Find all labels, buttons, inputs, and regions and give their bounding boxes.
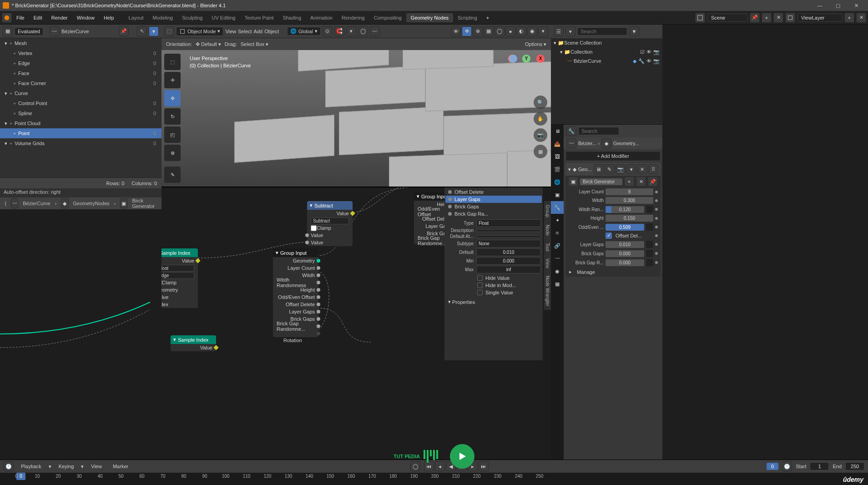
tool-rotate[interactable]: ↻	[164, 108, 181, 125]
default-at-input[interactable]	[476, 235, 541, 238]
workspace-tab-layout[interactable]: Layout	[124, 13, 148, 22]
object-menu[interactable]: Object	[264, 29, 279, 34]
snap-icon[interactable]: 🧲	[334, 26, 344, 36]
manage-section[interactable]: Manage	[577, 269, 595, 275]
nodegroup-pin-icon[interactable]: 📌	[648, 177, 658, 187]
tool-annotate[interactable]: ✎	[164, 167, 181, 183]
crumb-0[interactable]: BézierCurve	[23, 201, 50, 206]
3d-viewport[interactable]: User Perspective (0) Collection | Bézier…	[161, 50, 551, 187]
sidebar-socket-item[interactable]: Brick Gap Ra...	[445, 210, 542, 217]
playback-menu[interactable]: Playback	[17, 463, 45, 470]
shade-render-icon[interactable]: ◉	[527, 26, 537, 36]
view-menu[interactable]: View	[225, 29, 236, 34]
viewlayer-input[interactable]	[797, 14, 843, 22]
ptab-modifier[interactable]: 🔧	[551, 201, 564, 214]
ptab-constraint[interactable]: 🔗	[551, 239, 564, 252]
tree-row[interactable]: ▾ ▫ Volume Grids0	[0, 138, 161, 148]
props-type-icon[interactable]: 🔧	[566, 126, 576, 136]
menu-help[interactable]: Help	[99, 13, 119, 22]
add-workspace[interactable]: +	[482, 13, 494, 22]
filter-icon[interactable]: ▼	[149, 26, 159, 36]
layer-new-icon[interactable]: +	[844, 13, 854, 23]
outliner-collection[interactable]: ▾ 📁 Collection ☑👁📷	[551, 47, 662, 56]
nav-camera-icon[interactable]: 📷	[534, 128, 547, 142]
select-menu[interactable]: Select	[238, 29, 252, 34]
workspace-tab-shading[interactable]: Shading	[278, 13, 306, 22]
keying-menu[interactable]: Keying	[55, 463, 78, 470]
nodegroup-new-icon[interactable]: +	[624, 177, 634, 187]
workspace-tab-sculpting[interactable]: Sculpting	[177, 13, 207, 22]
drag-drop[interactable]: Select Box ▾	[241, 41, 269, 47]
shade-wire-icon[interactable]: ◯	[495, 26, 505, 36]
mode-select[interactable]: Object Mode▾	[176, 27, 223, 36]
tree-row[interactable]: ▫ Face0	[0, 68, 161, 78]
menu-render[interactable]: Render	[47, 13, 72, 22]
vis-sel-icon[interactable]: 👁	[451, 26, 461, 36]
nav-persp-icon[interactable]: ▦	[534, 145, 547, 158]
nodegroup-unlink-icon[interactable]: ✕	[636, 177, 646, 187]
hide-value-check[interactable]	[477, 275, 483, 281]
nav-pan-icon[interactable]: ✋	[534, 112, 547, 126]
ptab-world[interactable]: 🌐	[551, 176, 564, 188]
workspace-tab-animation[interactable]: Animation	[306, 13, 337, 22]
tree-row[interactable]: ▾ ▫ Point Cloud	[0, 118, 161, 128]
shade-preview-icon[interactable]: ◐	[516, 26, 526, 36]
tree-row[interactable]: ▫ Face Corner0	[0, 78, 161, 88]
workspace-tab-scripting[interactable]: Scripting	[453, 13, 482, 22]
props-search[interactable]	[578, 127, 619, 135]
tool-scale[interactable]: ◰	[164, 126, 181, 143]
tree-row[interactable]: ▫ Control Point0	[0, 98, 161, 108]
workspace-tab-uv-editing[interactable]: UV Editing	[207, 13, 240, 22]
nodegroup-name[interactable]: Birck Generator	[580, 178, 622, 185]
node-group-input[interactable]: ▾Group Input GeometryLayer CountWitdhWit…	[273, 248, 318, 337]
transform-orientation[interactable]: 🌐 Global ▾	[287, 27, 321, 35]
workspace-tab-rendering[interactable]: Rendering	[337, 13, 369, 22]
jump-end-icon[interactable]: ⏭	[479, 461, 489, 471]
proportional-icon[interactable]: ◯	[358, 26, 368, 36]
ptab-physics[interactable]: ⚛	[551, 227, 564, 239]
ptab-object[interactable]: ▣	[551, 188, 564, 201]
shade-opts-icon[interactable]: ▾	[538, 26, 548, 36]
menu-edit[interactable]: Edit	[29, 13, 47, 22]
start-frame[interactable]	[810, 462, 829, 470]
blender-menu-icon[interactable]	[2, 13, 12, 23]
menu-file[interactable]: File	[12, 13, 29, 22]
ptab-data[interactable]: 〰	[551, 252, 564, 265]
marker-menu[interactable]: Marker	[109, 463, 132, 470]
mod-render-icon[interactable]: 📷	[616, 164, 626, 174]
scene-pin-icon[interactable]: 📌	[750, 13, 760, 23]
outliner-scene-collection[interactable]: ▾ 📁 Scene Collection	[551, 38, 662, 47]
frame-clock-icon[interactable]: 🕐	[782, 461, 792, 471]
add-menu[interactable]: Add	[254, 29, 263, 34]
pin-icon[interactable]: 📌	[119, 26, 129, 36]
end-frame[interactable]	[845, 462, 864, 470]
ptab-render[interactable]: 🖥	[551, 125, 564, 137]
mod-extra-icon[interactable]: ▾	[626, 164, 636, 174]
tree-row[interactable]: ▾ ▫ Curve	[0, 88, 161, 98]
minimize-button[interactable]: —	[811, 0, 829, 11]
overlay-icon[interactable]: ⊕	[473, 26, 483, 36]
sidebar-socket-item[interactable]: Brick Gaps	[445, 203, 542, 210]
tree-row[interactable]: ▾ ▫ Mesh	[0, 38, 161, 48]
sidebar-socket-item[interactable]: Offset Delete	[445, 188, 542, 196]
desc-input[interactable]	[476, 229, 541, 232]
snap-opts-icon[interactable]: ▾	[346, 26, 356, 36]
view-menu-tl[interactable]: View	[87, 463, 106, 470]
workspace-tab-geometry-nodes[interactable]: Geometry Nodes	[406, 13, 453, 22]
tool-transform[interactable]: ⊗	[164, 145, 181, 161]
ptab-particle[interactable]: ✦	[551, 214, 564, 227]
menu-window[interactable]: Window	[72, 13, 99, 22]
editor-type-icon[interactable]: ▦	[3, 26, 13, 36]
scene-new-icon[interactable]: +	[762, 13, 772, 23]
tab-view[interactable]: View	[544, 255, 551, 272]
timeline-type-icon[interactable]: 🕐	[4, 461, 14, 471]
max-input[interactable]: inf	[476, 266, 541, 273]
ptab-scene[interactable]: 🎬	[551, 163, 564, 176]
spreadsheet-mode[interactable]: Evaluated	[15, 27, 43, 35]
ptab-texture[interactable]: ▦	[551, 278, 564, 290]
maximize-button[interactable]: ▢	[829, 0, 847, 11]
tool-move[interactable]: ✥	[164, 90, 181, 106]
outliner-filter-icon[interactable]: ▼	[629, 26, 639, 36]
ptab-viewlayer[interactable]: 🖼	[551, 150, 564, 163]
xray-icon[interactable]: ▦	[484, 26, 494, 36]
